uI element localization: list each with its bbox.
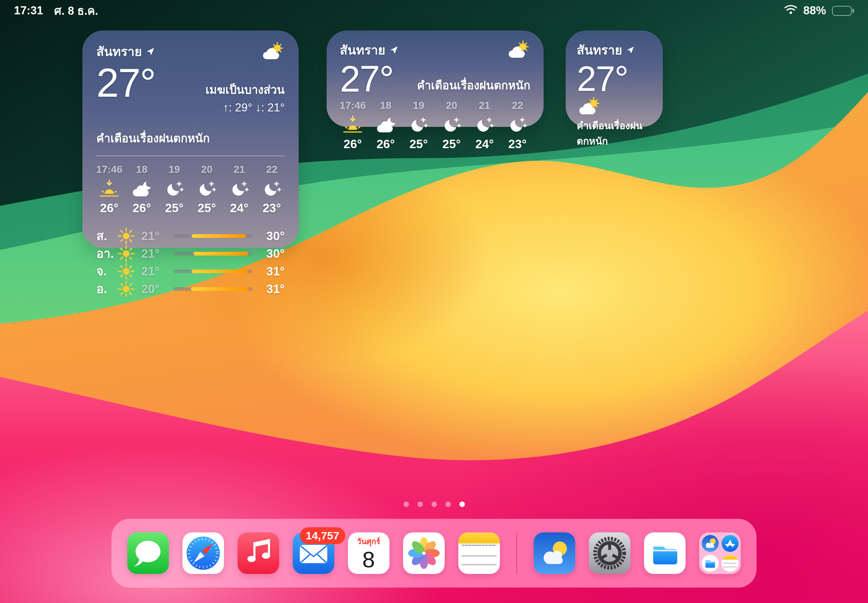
partly-cloudy-day-icon <box>577 97 652 116</box>
hourly-forecast-row: 17:46 26°18 26°19 <box>340 100 531 151</box>
status-bar: 17:31 ศ. 8 ธ.ค. 88% <box>0 0 868 19</box>
hourly-forecast-column: 20 25° <box>439 100 464 151</box>
app-photos-icon[interactable] <box>403 532 445 574</box>
calendar-weekday: วันศุกร์ <box>357 535 380 547</box>
app-files-icon[interactable] <box>644 532 685 574</box>
moon-stars-icon <box>508 115 527 134</box>
hourly-temp: 24° <box>475 137 494 151</box>
weather-widget-small[interactable]: สันทราย 27° คำเตือนเรื่องฝนตกหนัก <box>566 31 663 127</box>
app-notes-icon[interactable] <box>458 532 500 574</box>
day-low-temp: 20° <box>141 282 167 296</box>
widget-temperature: 27° <box>577 61 652 97</box>
hourly-temp: 25° <box>165 201 184 215</box>
hourly-temp: 24° <box>230 201 249 215</box>
dock-divider <box>517 533 517 574</box>
weather-warning: คำเตือนเรื่องฝนตกหนัก <box>577 118 652 149</box>
widget-high-low: ↑: 29° ↓: 21° <box>223 101 285 114</box>
moon-stars-icon <box>198 179 216 198</box>
hourly-time: 22 <box>512 100 523 111</box>
day-high-temp: 31° <box>259 264 285 278</box>
hourly-time: 18 <box>136 164 147 175</box>
moon-stars-icon <box>475 115 494 134</box>
day-label: อ. <box>96 279 118 298</box>
hourly-forecast-column: 17:46 26° <box>340 100 365 151</box>
hourly-forecast-column: 18 26° <box>373 100 399 151</box>
temperature-range-fill <box>192 234 246 238</box>
day-low-temp: 21° <box>141 229 167 243</box>
day-high-temp: 31° <box>259 282 285 296</box>
app-calendar-icon[interactable]: วันศุกร์ 8 <box>348 532 390 574</box>
hourly-time: 19 <box>169 164 180 175</box>
moon-stars-icon <box>165 179 184 198</box>
partly-cloudy-day-icon <box>260 42 285 62</box>
sun-icon <box>118 227 141 244</box>
moon-stars-icon <box>409 115 428 134</box>
hourly-forecast-column: 21 24° <box>227 164 252 215</box>
temperature-range-bar <box>173 287 252 291</box>
sun-icon <box>118 263 141 280</box>
widget-location: สันทราย <box>577 40 622 60</box>
day-low-temp: 21° <box>141 247 167 261</box>
app-music-icon[interactable] <box>238 532 279 574</box>
status-time: 17:31 <box>14 4 43 17</box>
hourly-temp: 25° <box>198 201 216 215</box>
app-settings-icon[interactable] <box>589 532 630 574</box>
weather-widget-large[interactable]: สันทราย 27° <box>82 31 299 248</box>
widget-location: สันทราย <box>340 40 385 60</box>
partly-cloudy-day-icon <box>506 40 531 60</box>
weather-warning: คำเตือนเรื่องฝนตกหนัก <box>417 76 531 94</box>
page-indicator[interactable] <box>0 501 868 507</box>
page-dot[interactable] <box>446 501 451 507</box>
cloud-moon-icon <box>375 115 397 134</box>
mail-unread-badge: 14,757 <box>300 527 345 544</box>
sun-icon <box>118 281 141 297</box>
page-dot[interactable] <box>404 501 409 507</box>
battery-percent: 88% <box>803 4 826 17</box>
calendar-day-number: 8 <box>362 547 375 571</box>
hourly-temp: 23° <box>508 137 527 151</box>
app-library-appstore-icon <box>722 535 738 552</box>
hourly-time: 17:46 <box>96 164 122 175</box>
widget-temperature: 27° <box>96 62 155 103</box>
day-label: ส. <box>96 226 118 246</box>
hourly-temp: 23° <box>263 201 281 215</box>
location-arrow-icon <box>626 46 635 54</box>
hourly-time: 20 <box>446 100 457 111</box>
hourly-forecast-row: 17:46 26°18 26°19 <box>96 164 285 215</box>
hourly-time: 21 <box>234 164 245 175</box>
hourly-temp: 25° <box>409 137 428 151</box>
day-low-temp: 21° <box>141 264 167 278</box>
day-high-temp: 30° <box>259 229 285 243</box>
daily-forecast-list: ส. 21°30°อา. 21°30°จ. <box>96 226 285 294</box>
page-dot-active[interactable] <box>460 501 465 507</box>
app-safari-icon[interactable] <box>183 532 224 574</box>
daily-forecast-row: จ. 21°31° <box>96 261 285 276</box>
temperature-range-bar <box>173 252 252 255</box>
daily-forecast-row: อา. 21°30° <box>96 244 285 258</box>
day-high-temp: 30° <box>259 247 285 261</box>
hourly-temp: 26° <box>100 201 118 215</box>
hourly-forecast-column: 22 23° <box>259 164 285 215</box>
hourly-time: 20 <box>201 164 213 175</box>
hourly-forecast-column: 20 25° <box>194 164 220 215</box>
app-library-folder[interactable] <box>699 532 741 574</box>
app-messages-icon[interactable] <box>127 532 169 574</box>
widget-condition: เมฆเป็นบางส่วน <box>206 80 285 99</box>
hourly-time: 19 <box>413 100 424 111</box>
hourly-temp: 26° <box>343 137 362 151</box>
app-weather-icon[interactable] <box>534 532 575 574</box>
weather-widget-medium[interactable]: สันทราย 27° <box>326 31 544 127</box>
hourly-time: 22 <box>266 164 277 175</box>
widget-location: สันทราย <box>96 42 142 62</box>
temperature-range-fill <box>192 269 248 273</box>
hourly-forecast-column: 19 25° <box>406 100 432 151</box>
location-arrow-icon <box>389 45 399 55</box>
hourly-forecast-column: 18 26° <box>129 164 155 215</box>
hourly-time: 17:46 <box>339 100 366 111</box>
hourly-forecast-column: 17:46 26° <box>96 164 122 215</box>
app-mail-icon[interactable]: 14,757 <box>293 532 334 574</box>
day-label: จ. <box>96 261 118 281</box>
page-dot[interactable] <box>418 501 423 507</box>
temperature-range-fill <box>193 252 249 255</box>
page-dot[interactable] <box>432 501 437 507</box>
